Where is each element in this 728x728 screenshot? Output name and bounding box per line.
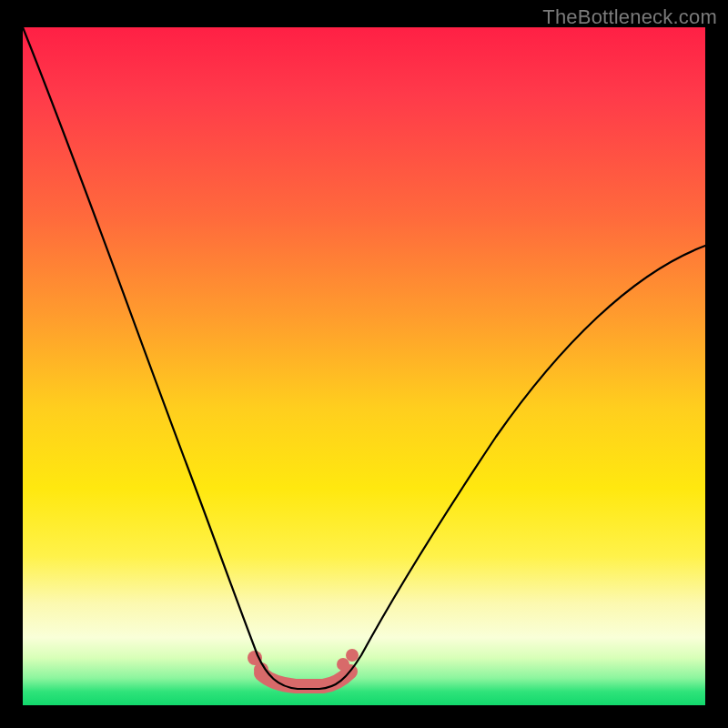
plot-area xyxy=(23,27,705,705)
bottleneck-curve xyxy=(23,27,705,689)
watermark-text: TheBottleneck.com xyxy=(542,5,717,29)
optimal-zone-dot xyxy=(337,658,349,671)
curve-layer xyxy=(23,27,705,705)
chart-frame: TheBottleneck.com xyxy=(0,0,728,728)
optimal-zone-dot xyxy=(346,649,359,662)
